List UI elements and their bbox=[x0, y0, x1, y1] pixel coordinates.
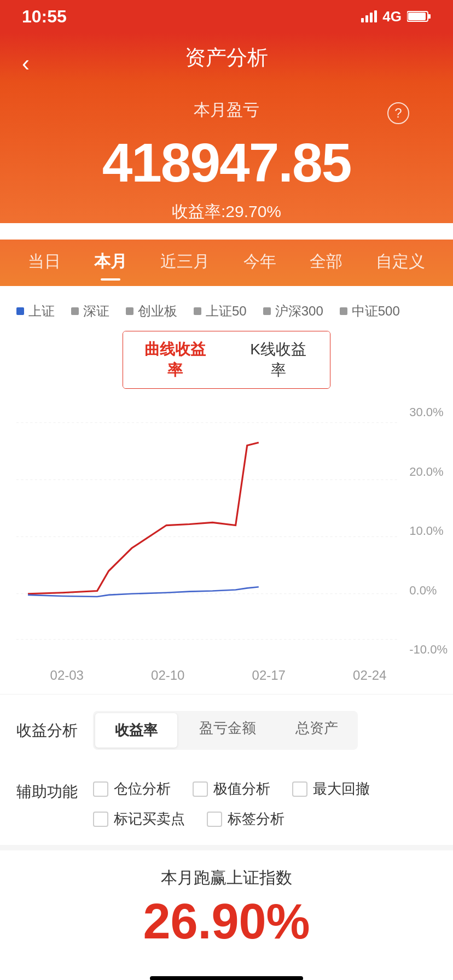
tab-three-month[interactable]: 近三月 bbox=[155, 240, 215, 286]
x-label-0224: 02-24 bbox=[353, 668, 386, 683]
y-label-20: 20.0% bbox=[409, 465, 448, 479]
hero-section: 本月盈亏 ? 418947.85 收益率:29.70% bbox=[0, 83, 453, 223]
hero-amount: 418947.85 bbox=[22, 132, 431, 192]
tab-custom[interactable]: 自定义 bbox=[370, 240, 431, 286]
x-label-0217: 02-17 bbox=[252, 668, 286, 683]
analysis-row: 收益分析 收益率 盈亏金额 总资产 bbox=[16, 711, 437, 750]
legend-dot-sz50 bbox=[194, 307, 201, 315]
chart-type-kline[interactable]: K线收益率 bbox=[226, 331, 330, 388]
chart-x-axis: 02-03 02-10 02-17 02-24 bbox=[0, 662, 453, 694]
status-time: 10:55 bbox=[22, 7, 67, 27]
svg-rect-1 bbox=[428, 14, 431, 19]
chart-section: 上证 深证 创业板 上证50 沪深300 中证500 曲线收益率 K线收益率 bbox=[0, 286, 453, 694]
legend-sz50: 上证50 bbox=[194, 302, 247, 320]
aux-label-tags: 标签分析 bbox=[228, 809, 284, 829]
tab-month[interactable]: 本月 bbox=[89, 240, 132, 286]
aux-label-tradepoints: 标记买卖点 bbox=[114, 809, 185, 829]
status-icons: 4G bbox=[361, 8, 431, 25]
analysis-tabs: 收益率 盈亏金额 总资产 bbox=[93, 711, 358, 750]
aux-label-position: 仓位分析 bbox=[114, 779, 171, 798]
checkbox-tradepoints[interactable] bbox=[93, 812, 108, 827]
aux-checkboxes: 仓位分析 极值分析 最大回撤 标记买卖点 标签分析 bbox=[93, 779, 437, 829]
legend-label-sz50: 上证50 bbox=[206, 302, 247, 320]
legend-zhongzheng500: 中证500 bbox=[340, 302, 400, 320]
legend-dot-cyb bbox=[126, 307, 133, 315]
tab-all[interactable]: 全部 bbox=[304, 240, 348, 286]
aux-label-extremum: 极值分析 bbox=[213, 779, 270, 798]
analysis-section: 收益分析 收益率 盈亏金额 总资产 bbox=[0, 694, 453, 774]
y-label-0: 0.0% bbox=[409, 584, 448, 598]
chart-svg bbox=[16, 400, 420, 662]
x-label-0203: 02-03 bbox=[50, 668, 84, 683]
aux-row: 辅助功能 仓位分析 极值分析 最大回撤 标记买卖点 标签分析 bbox=[16, 779, 437, 829]
checkbox-maxdrawdown[interactable] bbox=[292, 781, 307, 797]
aux-label-maxdrawdown: 最大回撤 bbox=[313, 779, 370, 798]
legend-label-shz: 上证 bbox=[28, 302, 55, 320]
bottom-home-bar bbox=[150, 976, 303, 980]
legend-hushen300: 沪深300 bbox=[263, 302, 323, 320]
chart-type-tabs: 曲线收益率 K线收益率 bbox=[123, 331, 330, 389]
checkbox-tags[interactable] bbox=[207, 812, 222, 827]
y-label-neg10: -10.0% bbox=[409, 643, 448, 657]
legend-chuangyeban: 创业板 bbox=[126, 302, 177, 320]
x-label-0210: 02-10 bbox=[151, 668, 184, 683]
beat-label: 本月跑赢上证指数 bbox=[16, 867, 437, 889]
chart-y-axis: 30.0% 20.0% 10.0% 0.0% -10.0% bbox=[409, 400, 448, 662]
svg-rect-2 bbox=[408, 13, 426, 20]
aux-checkbox-extremum[interactable]: 极值分析 bbox=[193, 779, 270, 798]
legend-dot-shz bbox=[16, 307, 24, 315]
legend-dot-zz500 bbox=[340, 307, 347, 315]
analysis-tab-amount[interactable]: 盈亏金额 bbox=[179, 711, 276, 750]
aux-section: 辅助功能 仓位分析 极值分析 最大回撤 标记买卖点 标签分析 bbox=[0, 774, 453, 845]
back-button[interactable]: ‹ bbox=[22, 50, 30, 77]
legend-shenzhen-b: 深证 bbox=[71, 302, 109, 320]
legend-dot-sz bbox=[71, 307, 79, 315]
checkbox-extremum[interactable] bbox=[193, 781, 208, 797]
aux-checkbox-tradepoints[interactable]: 标记买卖点 bbox=[93, 809, 185, 829]
legend-dot-hs300 bbox=[263, 307, 271, 315]
help-button[interactable]: ? bbox=[387, 102, 409, 124]
tab-year[interactable]: 今年 bbox=[238, 240, 282, 286]
network-label: 4G bbox=[382, 8, 402, 25]
aux-checkbox-position[interactable]: 仓位分析 bbox=[93, 779, 171, 798]
analysis-label: 收益分析 bbox=[16, 720, 82, 741]
analysis-tab-assets[interactable]: 总资产 bbox=[276, 711, 358, 750]
beat-section: 本月跑赢上证指数 26.90% bbox=[0, 845, 453, 960]
beat-value: 26.90% bbox=[16, 895, 437, 949]
analysis-tab-rate[interactable]: 收益率 bbox=[95, 713, 177, 748]
battery-icon bbox=[407, 10, 431, 22]
y-label-30: 30.0% bbox=[409, 405, 448, 419]
hero-rate: 收益率:29.70% bbox=[22, 201, 431, 223]
header: ‹ 资产分析 bbox=[0, 33, 453, 83]
legend-label-cyb: 创业板 bbox=[138, 302, 177, 320]
status-bar: 10:55 4G bbox=[0, 0, 453, 33]
signal-icon bbox=[361, 10, 377, 22]
tab-today[interactable]: 当日 bbox=[22, 240, 66, 286]
period-tabs: 当日 本月 近三月 今年 全部 自定义 bbox=[0, 240, 453, 286]
page-title: 资产分析 bbox=[185, 44, 268, 83]
aux-label: 辅助功能 bbox=[16, 779, 82, 802]
checkbox-position[interactable] bbox=[93, 781, 108, 797]
chart-legend: 上证 深证 创业板 上证50 沪深300 中证500 bbox=[0, 302, 453, 331]
legend-label-zz500: 中证500 bbox=[352, 302, 400, 320]
month-label: 本月盈亏 bbox=[194, 99, 259, 121]
aux-checkbox-tags[interactable]: 标签分析 bbox=[207, 809, 284, 829]
chart-type-curve[interactable]: 曲线收益率 bbox=[123, 331, 226, 388]
aux-checkbox-maxdrawdown[interactable]: 最大回撤 bbox=[292, 779, 370, 798]
legend-shenzhen-a: 上证 bbox=[16, 302, 55, 320]
legend-label-hs300: 沪深300 bbox=[275, 302, 323, 320]
chart-area: 30.0% 20.0% 10.0% 0.0% -10.0% bbox=[0, 400, 453, 662]
y-label-10: 10.0% bbox=[409, 524, 448, 538]
legend-label-sz: 深证 bbox=[83, 302, 109, 320]
